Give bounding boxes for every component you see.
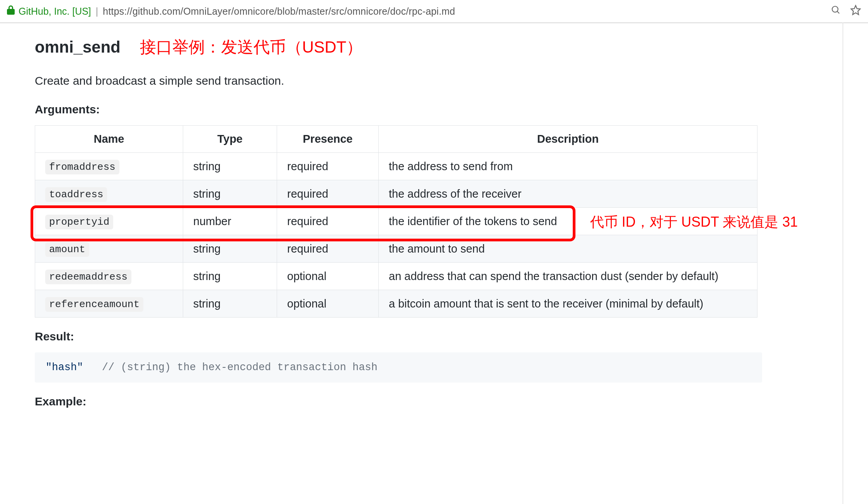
table-row: redeemaddressstringoptionalan address th… — [35, 263, 757, 290]
result-code-block: "hash" // (string) the hex-encoded trans… — [35, 352, 762, 383]
arg-name: redeemaddress — [45, 270, 131, 284]
col-description: Description — [379, 126, 757, 153]
arg-presence: optional — [277, 263, 379, 290]
arg-type: string — [183, 235, 277, 263]
arg-description: the amount to send — [379, 235, 757, 263]
result-heading: Result: — [35, 330, 842, 343]
arg-description: the address to send from — [379, 153, 757, 180]
table-header-row: Name Type Presence Description — [35, 126, 757, 153]
table-row: toaddressstringrequiredthe address of th… — [35, 180, 757, 208]
arg-description: a bitcoin amount that is sent to the rec… — [379, 290, 757, 318]
arg-presence: optional — [277, 290, 379, 318]
api-description: Create and broadcast a simple send trans… — [35, 74, 842, 87]
arg-type: string — [183, 263, 277, 290]
arg-name: amount — [45, 242, 89, 257]
arg-type: string — [183, 180, 277, 208]
col-presence: Presence — [277, 126, 379, 153]
table-row: amountstringrequiredthe amount to send — [35, 235, 757, 263]
document-content: omni_send 接口举例：发送代币（USDT） Create and bro… — [0, 22, 843, 504]
browser-address-bar: GitHub, Inc. [US] | https://github.com/O… — [0, 0, 868, 23]
arg-name: fromaddress — [45, 160, 119, 174]
arg-presence: required — [277, 235, 379, 263]
arg-name: propertyid — [45, 215, 113, 229]
annotation-highlight-note: 代币 ID，对于 USDT 来说值是 31 — [590, 213, 798, 232]
arguments-heading: Arguments: — [35, 103, 842, 116]
arg-name: toaddress — [45, 187, 107, 202]
annotation-title: 接口举例：发送代币（USDT） — [140, 39, 363, 55]
api-method-heading: omni_send — [35, 38, 121, 56]
example-heading: Example: — [35, 395, 842, 408]
arg-description: the address of the receiver — [379, 180, 757, 208]
arg-presence: required — [277, 153, 379, 180]
svg-marker-2 — [851, 5, 860, 14]
col-name: Name — [35, 126, 183, 153]
arg-type: string — [183, 290, 277, 318]
arg-description: an address that can spend the transactio… — [379, 263, 757, 290]
svg-line-1 — [837, 11, 839, 13]
arg-presence: required — [277, 180, 379, 208]
col-type: Type — [183, 126, 277, 153]
arg-presence: required — [277, 208, 379, 235]
page-url[interactable]: https://github.com/OmniLayer/omnicore/bl… — [103, 6, 455, 17]
address-separator: | — [96, 6, 99, 17]
table-row: fromaddressstringrequiredthe address to … — [35, 153, 757, 180]
arg-type: number — [183, 208, 277, 235]
table-row: referenceamountstringoptionala bitcoin a… — [35, 290, 757, 318]
zoom-icon[interactable] — [831, 5, 841, 18]
ssl-cert-name: GitHub, Inc. [US] — [19, 6, 91, 17]
arg-name: referenceamount — [45, 297, 143, 312]
lock-icon — [7, 5, 15, 17]
svg-point-0 — [832, 6, 838, 12]
star-icon[interactable] — [850, 5, 861, 18]
arg-type: string — [183, 153, 277, 180]
